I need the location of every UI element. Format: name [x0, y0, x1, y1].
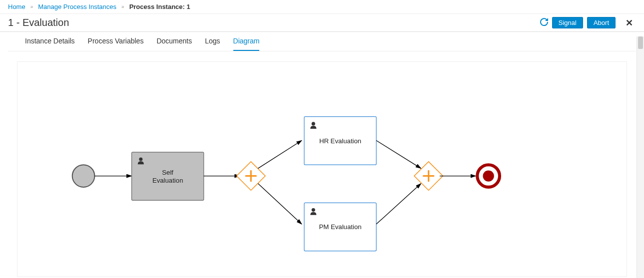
task-self-evaluation: Self Evaluation [132, 152, 204, 201]
svg-text:Self: Self [162, 169, 173, 176]
end-event [477, 165, 500, 187]
task-pm-evaluation: PM Evaluation [304, 203, 376, 251]
refresh-icon[interactable] [540, 18, 548, 27]
scrollbar-thumb[interactable] [638, 36, 643, 49]
close-icon[interactable]: ✕ [623, 17, 636, 28]
breadcrumb-current: Process Instance: 1 [129, 3, 190, 10]
page-title: 1 - Evaluation [8, 17, 69, 28]
abort-button[interactable]: Abort [587, 17, 616, 28]
breadcrumb-bar: Home » Manage Process Instances » Proces… [0, 0, 644, 14]
tab-diagram[interactable]: Diagram [233, 32, 260, 51]
breadcrumb-home[interactable]: Home [8, 3, 25, 10]
svg-text:Evaluation: Evaluation [152, 177, 183, 184]
chevron-right-icon: » [121, 4, 124, 9]
page-header: 1 - Evaluation Signal Abort ✕ [0, 14, 644, 32]
diagram-canvas[interactable]: Self Evaluation HR Evaluation PM Evaluat… [17, 61, 627, 277]
tab-logs[interactable]: Logs [205, 32, 220, 51]
tab-instance-details[interactable]: Instance Details [25, 32, 75, 51]
header-actions: Signal Abort ✕ [540, 17, 636, 28]
svg-point-18 [483, 170, 494, 181]
signal-button[interactable]: Signal [552, 17, 583, 28]
svg-text:HR Evaluation: HR Evaluation [319, 137, 361, 145]
svg-text:PM Evaluation: PM Evaluation [319, 223, 362, 231]
bpmn-diagram: Self Evaluation HR Evaluation PM Evaluat… [17, 62, 627, 277]
tab-bar: Instance Details Process Variables Docum… [8, 32, 636, 51]
tab-process-variables[interactable]: Process Variables [88, 32, 144, 51]
task-hr-evaluation: HR Evaluation [304, 117, 376, 165]
tab-documents[interactable]: Documents [156, 32, 192, 51]
breadcrumb-manage-process-instances[interactable]: Manage Process Instances [38, 3, 116, 10]
chevron-right-icon: » [30, 4, 33, 9]
vertical-scrollbar[interactable] [637, 36, 644, 278]
start-event [72, 165, 95, 187]
